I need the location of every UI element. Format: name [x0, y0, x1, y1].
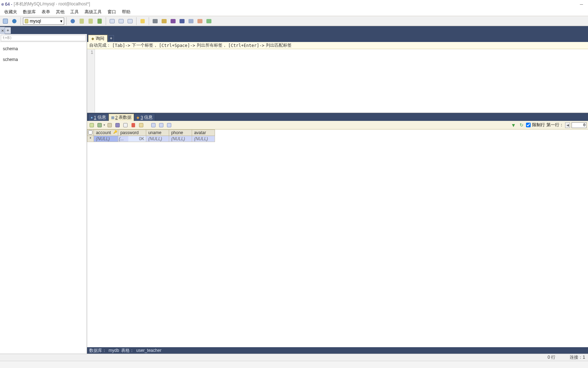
query-tab-strip: ◆ 询问 + — [87, 34, 588, 42]
filter-icon[interactable]: ▼ — [510, 122, 517, 128]
database-selector[interactable]: mysql ▾ — [23, 18, 64, 25]
table-icon: ▦ — [111, 115, 114, 119]
db-value: mydb — [109, 348, 119, 353]
menu-bar: 收藏夹 数据库 表单 其他 工具 高级工具 窗口 帮助 — [0, 8, 588, 16]
row-marker: * — [87, 136, 94, 142]
taskbar-strip — [0, 361, 588, 368]
limit-rows-label: 限制行 — [532, 122, 545, 128]
column-header-avatar[interactable]: avatar — [192, 130, 215, 136]
tool5-icon[interactable] — [187, 17, 195, 25]
table-icon[interactable] — [108, 17, 116, 25]
cell-avatar[interactable]: (NULL) — [192, 136, 215, 142]
hint-prefix: 自动完成： — [89, 42, 111, 48]
query-tab-label: 询问 — [96, 36, 104, 42]
minimize-icon[interactable]: ─ — [580, 2, 583, 7]
cell-phone[interactable]: (NULL) — [169, 136, 192, 142]
query-tab[interactable]: ◆ 询问 — [88, 35, 107, 42]
tab-info-1[interactable]: ● 1 信息 — [88, 114, 109, 121]
menu-table[interactable]: 表单 — [39, 8, 53, 16]
sql-editor: 1 — [87, 49, 588, 113]
user-icon[interactable] — [69, 17, 77, 25]
tab-label: 信息 — [144, 114, 153, 121]
connection-tab-strip: ✕ + — [0, 26, 588, 34]
column-header-uname[interactable]: uname — [146, 130, 169, 136]
table-label: 表格： — [121, 348, 134, 354]
column-header-password[interactable]: password — [118, 130, 146, 136]
tab-accel: 1 — [94, 115, 96, 120]
data-grid[interactable]: account🔑 password uname phone avatar * (… — [87, 129, 588, 347]
column-header-phone[interactable]: phone — [169, 130, 192, 136]
copy-row-icon[interactable] — [106, 122, 113, 128]
chevron-down-icon[interactable]: ▾ — [104, 123, 105, 127]
save-icon[interactable] — [114, 122, 121, 128]
menu-advanced-tools[interactable]: 高级工具 — [82, 8, 105, 16]
cancel-icon[interactable] — [138, 122, 144, 128]
refresh-icon[interactable] — [10, 17, 18, 25]
calendar-icon[interactable] — [122, 122, 129, 128]
hint-key: [Ctrl+Space]-> — [159, 43, 195, 48]
schema-tree[interactable]: schema schema — [0, 42, 87, 354]
info-icon: ● — [91, 115, 93, 119]
tool1-icon[interactable] — [151, 17, 159, 25]
new-connection-icon[interactable] — [1, 17, 9, 25]
db-action2-icon[interactable] — [87, 17, 95, 25]
chevron-down-icon: ▾ — [60, 19, 62, 24]
cell-password[interactable]: (... 0K — [118, 136, 146, 142]
hint-text: 下一个标签， — [132, 42, 158, 48]
query-tab-add-icon[interactable]: + — [108, 35, 114, 42]
export-icon[interactable] — [96, 122, 103, 128]
delete-row-icon[interactable] — [130, 122, 137, 128]
form-view-icon[interactable] — [158, 122, 164, 128]
menu-tools[interactable]: 工具 — [67, 8, 82, 16]
tab-close-icon[interactable]: ✕ — [0, 27, 5, 34]
db-action1-icon[interactable] — [78, 17, 86, 25]
hint-key: [Ctrl+Enter]-> — [228, 43, 264, 48]
database-selector-value: mysql — [30, 19, 41, 24]
table-value: user_teacher — [136, 348, 161, 353]
cell-account[interactable]: (NULL) — [94, 136, 118, 142]
prev-page-icon[interactable]: ◀ — [565, 122, 570, 128]
tree-item-schema[interactable]: schema — [1, 43, 86, 54]
tool4-icon[interactable] — [178, 17, 186, 25]
menu-database[interactable]: 数据库 — [20, 8, 39, 16]
query-tab-icon: ◆ — [91, 37, 94, 41]
table-row[interactable]: * (NULL) (... 0K (NULL) (NULL) (NULL) — [87, 136, 215, 142]
tab-info-3[interactable]: ◆ 3 信息 — [134, 114, 155, 121]
tool7-icon[interactable] — [205, 17, 213, 25]
tab-add-icon[interactable]: + — [5, 27, 11, 34]
key-icon: 🔑 — [113, 130, 117, 134]
tool2-icon[interactable] — [160, 17, 168, 25]
editor-body[interactable] — [95, 49, 588, 113]
cell-uname[interactable]: (NULL) — [146, 136, 169, 142]
line-number: 1 — [87, 50, 93, 55]
menu-favorites[interactable]: 收藏夹 — [1, 8, 20, 16]
hint-key: [Tab]-> — [112, 43, 130, 48]
table-action2-icon[interactable] — [126, 17, 134, 25]
menu-other[interactable]: 其他 — [53, 8, 67, 16]
select-all-checkbox[interactable] — [87, 130, 94, 136]
tab-table-data[interactable]: ▦ 2 表数据 — [109, 114, 134, 121]
tree-item-schema[interactable]: schema — [1, 54, 86, 65]
menu-help[interactable]: 帮助 — [119, 8, 133, 16]
hint-text: 列出所有标签， — [197, 42, 227, 48]
db-action3-icon[interactable] — [96, 17, 104, 25]
tool3-icon[interactable] — [169, 17, 177, 25]
status-connections: 连接：1 — [570, 354, 585, 360]
tool6-icon[interactable] — [196, 17, 204, 25]
grid-view-icon[interactable] — [150, 122, 157, 128]
limit-rows-checkbox[interactable] — [526, 123, 531, 127]
info-icon: ◆ — [137, 115, 139, 119]
table-action1-icon[interactable] — [117, 17, 125, 25]
insert-row-icon[interactable] — [89, 122, 95, 128]
result-tab-strip: ● 1 信息 ▦ 2 表数据 ◆ 3 信息 — [87, 113, 588, 121]
column-header-account[interactable]: account🔑 — [94, 130, 118, 136]
refresh-icon[interactable]: ↻ — [518, 122, 525, 128]
menu-window[interactable]: 窗口 — [105, 8, 119, 16]
tab-accel: 2 — [115, 115, 118, 120]
execute-icon[interactable] — [139, 17, 147, 25]
app-title: e 64 — [1, 2, 10, 7]
text-view-icon[interactable] — [166, 122, 172, 128]
filter-input[interactable] — [1, 35, 86, 41]
title-bar: e 64 - [本机的MySQL/mysql - root@localhost*… — [0, 0, 588, 8]
first-row-input[interactable] — [572, 122, 587, 128]
